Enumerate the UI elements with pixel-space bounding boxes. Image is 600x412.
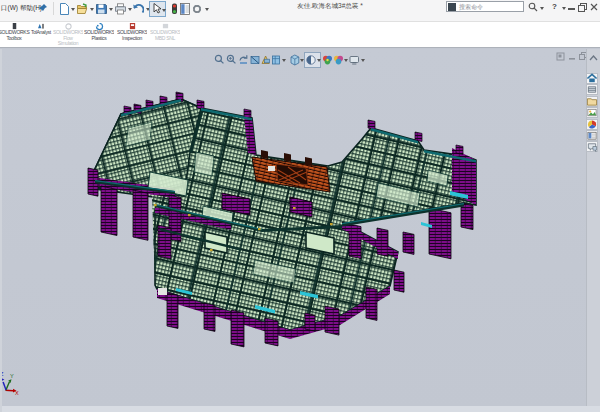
svg-text:Y: Y — [10, 373, 14, 379]
svg-text:X: X — [15, 390, 19, 396]
